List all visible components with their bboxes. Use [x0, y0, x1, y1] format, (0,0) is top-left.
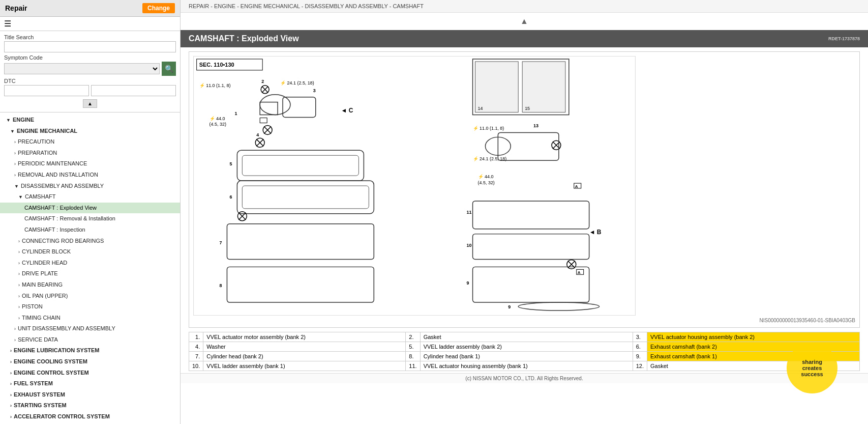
svg-text:4: 4 [256, 132, 259, 137]
nav-arrow: › [18, 238, 20, 245]
nav-label: ENGINE CONTROL SYSTEM [14, 370, 89, 376]
nav-item-engine-mechanical[interactable]: ▼ ENGINE MECHANICAL [0, 126, 180, 137]
breadcrumb: REPAIR - ENGINE - ENGINE MECHANICAL - DI… [181, 0, 868, 13]
copyright: (c) NISSAN MOTOR CO., LTD. All Rights Re… [465, 376, 583, 381]
svg-text:1: 1 [234, 111, 237, 116]
nav-item-exhaust-system[interactable]: › EXHAUST SYSTEM [0, 389, 180, 401]
nav-item-camshaft[interactable]: ▼ CAMSHAFT [0, 191, 180, 203]
nav-arrow: › [14, 325, 16, 332]
dtc-label: DTC [4, 78, 176, 84]
nav-arrow: › [10, 413, 12, 420]
dtc-input-1[interactable] [4, 85, 89, 96]
nav-item-camshaft-exploded[interactable]: CAMSHAFT : Exploded View [0, 203, 180, 214]
nav-label: CAMSHAFT : Inspection [24, 227, 85, 233]
table-row: 10.VVEL ladder assembly (bank 1)11.VVEL … [189, 361, 860, 371]
sidebar: Repair Change ☰ Title Search Symptom Cod… [0, 0, 181, 424]
nav-item-oil-pan[interactable]: › OIL PAN (UPPER) [0, 291, 180, 302]
nav-arrow: ▼ [10, 128, 15, 135]
svg-text:(4.5, 32): (4.5, 32) [478, 180, 495, 185]
nav-label: STARTING SYSTEM [14, 402, 67, 408]
collapse-button[interactable]: ▲ [83, 99, 97, 108]
nav-item-fuel-system[interactable]: › FUEL SYSTEM [0, 378, 180, 389]
nav-item-accelerator-control[interactable]: › ACCELERATOR CONTROL SYSTEM [0, 411, 180, 422]
diagram-container: SEC. 110•130 ⚡ 11.0 (1.1, 8) 2 ⚡ 24.1 (2… [189, 51, 860, 328]
nav-item-piston[interactable]: › PISTON [0, 301, 180, 313]
nav-item-periodic-maintenance[interactable]: › PERIODIC MAINTENANCE [0, 158, 180, 169]
nav-item-preparation[interactable]: › PREPARATION [0, 148, 180, 159]
sidebar-form: Title Search Symptom Code 🔍 DTC ▲ [0, 31, 180, 112]
nav-arrow: › [18, 293, 20, 300]
nav-item-precaution[interactable]: › PRECAUTION [0, 136, 180, 148]
part-num: 10. [189, 361, 203, 371]
section-header: CAMSHAFT : Exploded View RDET-1737878 [181, 30, 868, 47]
nav-item-timing-chain[interactable]: › TIMING CHAIN [0, 313, 180, 324]
nav-item-disassembly-assembly[interactable]: ▼ DISASSEMBLY AND ASSEMBLY [0, 181, 180, 192]
scroll-up-button[interactable]: ▲ [181, 13, 868, 30]
nav-item-cylinder-head[interactable]: › CYLINDER HEAD [0, 258, 180, 269]
nav-item-starting-system[interactable]: › STARTING SYSTEM [0, 400, 180, 411]
section-title: CAMSHAFT : Exploded View [189, 34, 299, 43]
hamburger-icon[interactable]: ☰ [4, 19, 11, 29]
main-content: REPAIR - ENGINE - ENGINE MECHANICAL - DI… [181, 0, 868, 424]
dtc-input-2[interactable] [91, 85, 176, 96]
nav-arrow: › [18, 315, 20, 322]
part-num: 4. [189, 342, 203, 352]
nav-label: ACCELERATOR CONTROL SYSTEM [14, 413, 110, 419]
nav-arrow: › [18, 303, 20, 310]
nav-item-unit-disassembly[interactable]: › UNIT DISASSEMBLY AND ASSEMBLY [0, 323, 180, 334]
footer: (c) NISSAN MOTOR CO., LTD. All Rights Re… [181, 373, 868, 383]
svg-text:⚡ 44.0: ⚡ 44.0 [209, 116, 225, 122]
svg-text:2: 2 [261, 79, 264, 84]
nav-item-camshaft-inspection[interactable]: CAMSHAFT : Inspection [0, 224, 180, 236]
svg-text:14: 14 [478, 106, 483, 111]
nav-label: CAMSHAFT [25, 193, 56, 200]
nav-item-cylinder-block[interactable]: › CYLINDER BLOCK [0, 246, 180, 258]
nav-arrow: › [14, 160, 16, 167]
nav-item-removal-installation[interactable]: › REMOVAL AND INSTALLATION [0, 169, 180, 181]
part-desc2: Cylinder head (bank 1) [420, 352, 633, 361]
part-num2: 11. [406, 361, 420, 371]
svg-text:5: 5 [229, 161, 232, 166]
svg-text:⚡ 24.1 (2.5, 18): ⚡ 24.1 (2.5, 18) [280, 80, 314, 86]
nav-item-engine-cooling[interactable]: › ENGINE COOLING SYSTEM [0, 356, 180, 368]
part-num3: 6. [633, 342, 647, 352]
symptom-code-select[interactable] [4, 63, 160, 74]
nav-arrow: › [10, 380, 12, 387]
nav-label: PREPARATION [18, 150, 57, 156]
change-button[interactable]: Change [142, 3, 175, 13]
title-search-input[interactable] [4, 41, 176, 52]
nav-item-drive-plate[interactable]: › DRIVE PLATE [0, 268, 180, 279]
nav-item-camshaft-removal[interactable]: CAMSHAFT : Removal & Installation [0, 213, 180, 224]
search-button[interactable]: 🔍 [162, 62, 176, 76]
symptom-code-label: Symptom Code [4, 54, 176, 61]
title-search-label: Title Search [4, 34, 176, 40]
svg-rect-20 [260, 118, 267, 123]
svg-text:A: A [578, 270, 581, 275]
nav-item-engine-control[interactable]: › ENGINE CONTROL SYSTEM [0, 368, 180, 379]
nav-label: CYLINDER HEAD [22, 260, 67, 266]
nav-arrow: › [18, 281, 20, 289]
nav-item-service-data[interactable]: › SERVICE DATA [0, 334, 180, 346]
part-num2: 5. [406, 342, 420, 352]
nav-label: ENGINE [13, 117, 34, 123]
part-desc: VVEL ladder assembly (bank 1) [203, 361, 406, 371]
nav-label: CONNECTING ROD BEARINGS [22, 238, 104, 244]
nav-arrow: › [18, 248, 20, 256]
svg-text:10: 10 [467, 243, 472, 248]
table-row: 7.Cylinder head (bank 2)8.Cylinder head … [189, 352, 860, 361]
svg-text:9: 9 [508, 304, 511, 309]
svg-text:A: A [575, 184, 578, 189]
nav-item-connecting-rod[interactable]: › CONNECTING ROD BEARINGS [0, 236, 180, 247]
nav-item-main-bearing[interactable]: › MAIN BEARING [0, 279, 180, 291]
watermark: sharing creates success [787, 343, 837, 393]
nav-item-engine[interactable]: ▼ ENGINE [0, 115, 180, 126]
content-area: ▲ CAMSHAFT : Exploded View RDET-1737878 … [181, 13, 868, 424]
nav-label: CYLINDER BLOCK [22, 248, 71, 255]
sidebar-toolbar: ☰ [0, 17, 180, 31]
nav-item-engine-lube[interactable]: › ENGINE LUBRICATION SYSTEM [0, 345, 180, 356]
nav-label: ENGINE COOLING SYSTEM [14, 358, 87, 364]
nav-item-transmission-driveline[interactable]: ▼ TRANSMISSION & DRIVELINE [0, 422, 180, 424]
diagram-caption: NIS00000000013935460-01-SBIA0403GB [193, 316, 855, 323]
nav-tree: ▼ ENGINE▼ ENGINE MECHANICAL› PRECAUTION›… [0, 112, 180, 424]
svg-text:◄ B: ◄ B [589, 229, 602, 236]
